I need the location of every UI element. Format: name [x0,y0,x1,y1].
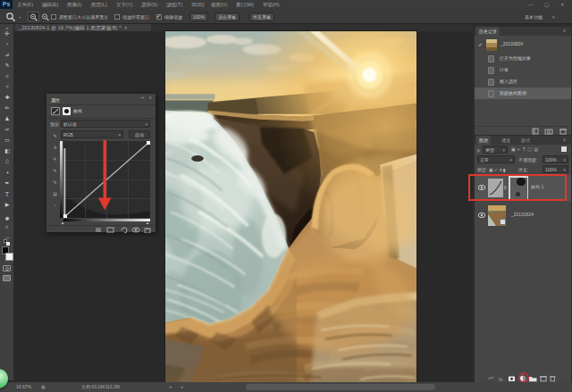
svg-text:fx: fx [499,377,503,382]
